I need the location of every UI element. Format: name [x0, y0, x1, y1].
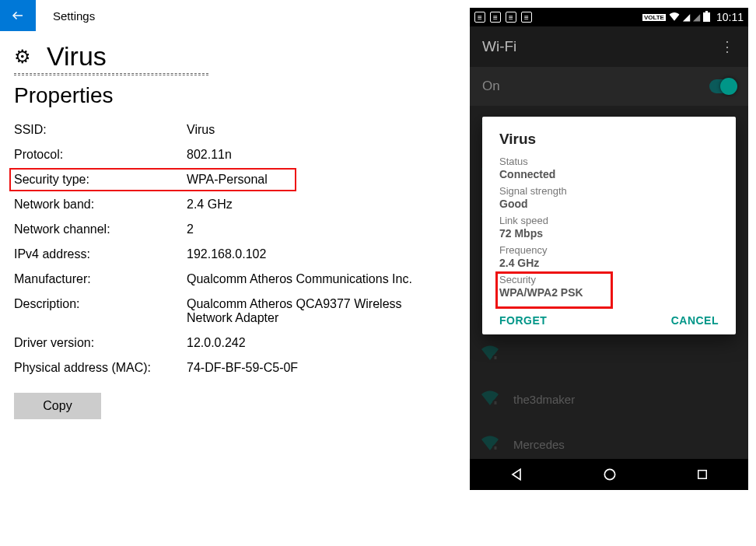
security-value: WPA/WPA2 PSK [499, 286, 719, 299]
property-key: Security type: [14, 173, 187, 187]
property-row: Network channel:2 [14, 217, 459, 242]
property-value: Virus [187, 123, 443, 137]
dialog-key: Frequency [499, 244, 719, 256]
property-value: 2.4 GHz [187, 198, 443, 212]
property-key: SSID: [14, 123, 187, 137]
notification-icon: ≡ [490, 12, 501, 23]
back-button[interactable] [0, 0, 36, 31]
notification-icon: ≡ [506, 12, 516, 23]
notification-icon: ≡ [474, 12, 485, 23]
property-value: Qualcomm Atheros QCA9377 Wireless Networ… [187, 297, 443, 325]
property-row: Physical address (MAC):74-DF-BF-59-C5-0F [14, 355, 459, 380]
dialog-title: Virus [499, 131, 719, 148]
dialog-key: Signal strength [499, 185, 719, 197]
dialog-value: 2.4 GHz [499, 257, 719, 269]
android-navbar [470, 459, 748, 490]
property-row: Protocol:802.11n [14, 142, 459, 167]
signal-icon: ◢ [693, 12, 700, 23]
property-key: Manufacturer: [14, 272, 187, 286]
wifi-status-icon [669, 12, 680, 23]
property-row: Network band:2.4 GHz [14, 192, 459, 217]
property-key: Driver version: [14, 336, 187, 350]
back-icon[interactable] [509, 467, 524, 482]
signal-icon: ◢ [683, 12, 690, 23]
property-value: 2 [187, 222, 443, 236]
battery-icon [703, 11, 710, 24]
toggle-label: On [482, 79, 500, 94]
property-value: 74-DF-BF-59-C5-0F [187, 361, 443, 375]
properties-table: SSID:VirusProtocol:802.11nSecurity type:… [14, 117, 459, 380]
svg-rect-2 [705, 11, 708, 12]
svg-rect-1 [703, 12, 710, 22]
svg-rect-20 [698, 471, 707, 479]
property-key: Protocol: [14, 148, 187, 162]
dialog-value: Connected [499, 168, 719, 180]
divider [14, 73, 208, 75]
property-row: SSID:Virus [14, 117, 459, 142]
property-value: 192.168.0.102 [187, 247, 443, 261]
recents-icon[interactable] [695, 467, 709, 481]
property-value: 802.11n [187, 148, 443, 162]
property-row: Manufacturer:Qualcomm Atheros Communicat… [14, 267, 459, 292]
windows-settings-panel: Settings ⚙ Virus Properties SSID:VirusPr… [0, 0, 459, 546]
dialog-key: Link speed [499, 215, 719, 226]
dialog-value: Good [499, 198, 719, 210]
property-row: Driver version:12.0.0.242 [14, 331, 459, 355]
property-key: Description: [14, 297, 187, 325]
copy-button[interactable]: Copy [14, 393, 101, 419]
forget-button[interactable]: FORGET [499, 314, 547, 327]
dialog-value: 72 Mbps [499, 227, 719, 240]
page-title: Virus [47, 41, 107, 72]
property-key: Physical address (MAC): [14, 361, 187, 375]
wifi-header: Wi-Fi ⋮ [470, 26, 748, 67]
header-title: Wi-Fi [482, 38, 516, 55]
dialog-key: Status [499, 156, 719, 167]
clock: 10:11 [716, 11, 744, 23]
status-bar: ≡ ≡ ≡ ≡ VOLTE ◢ ◢ 10:11 [470, 8, 748, 26]
property-key: Network channel: [14, 222, 187, 236]
wifi-content: the3dmakerMercedes Virus StatusConnected… [470, 106, 748, 459]
property-row: Security type:WPA-Personal [14, 167, 459, 192]
volte-badge: VOLTE [642, 14, 666, 21]
wifi-toggle-row: On [470, 67, 748, 106]
cancel-button[interactable]: CANCEL [671, 314, 719, 327]
properties-heading: Properties [14, 83, 459, 108]
android-phone: ≡ ≡ ≡ ≡ VOLTE ◢ ◢ 10:11 Wi-Fi ⋮ On the3d… [470, 8, 748, 490]
overflow-menu-icon[interactable]: ⋮ [720, 38, 736, 55]
property-value: 12.0.0.242 [187, 336, 443, 350]
property-value: Qualcomm Atheros Communications Inc. [187, 272, 443, 286]
property-value: WPA-Personal [187, 173, 443, 187]
property-key: IPv4 address: [14, 247, 187, 261]
windows-header: Settings [0, 0, 459, 31]
security-key: Security [499, 274, 719, 285]
property-row: Description:Qualcomm Atheros QCA9377 Wir… [14, 292, 459, 331]
wifi-toggle[interactable] [709, 79, 736, 93]
network-dialog: Virus StatusConnectedSignal strengthGood… [482, 117, 736, 334]
settings-label: Settings [53, 9, 95, 23]
security-section: Security WPA/WPA2 PSK [499, 274, 719, 299]
gear-icon: ⚙ [14, 47, 31, 66]
property-key: Network band: [14, 198, 187, 212]
notification-icon: ≡ [521, 12, 532, 23]
property-row: IPv4 address:192.168.0.102 [14, 242, 459, 267]
home-icon[interactable] [602, 467, 618, 482]
svg-point-19 [604, 469, 614, 479]
